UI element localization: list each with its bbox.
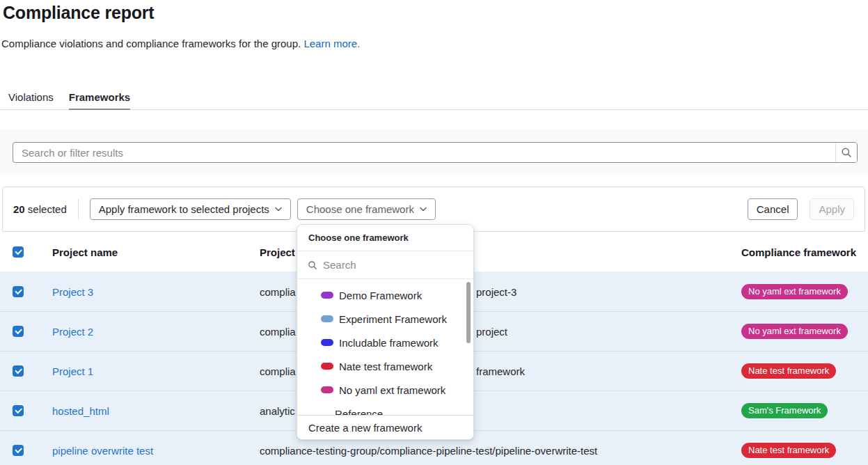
framework-color-pill <box>321 386 333 393</box>
framework-badge: No yaml ext framework <box>741 324 848 339</box>
project-link[interactable]: hosted_html <box>52 405 109 417</box>
project-link[interactable]: Project 3 <box>52 285 93 297</box>
cancel-button[interactable]: Cancel <box>748 198 798 220</box>
column-header-project-name: Project name <box>52 246 118 258</box>
search-icon <box>841 147 852 158</box>
framework-option[interactable]: Experiment Framework <box>297 307 473 331</box>
select-row-checkbox[interactable] <box>13 405 24 416</box>
framework-badge: Sam's Framework <box>741 403 828 418</box>
compliance-report-page: Compliance report Compliance violations … <box>0 0 868 465</box>
project-link[interactable]: Project 2 <box>52 326 93 338</box>
framework-color-pill <box>321 363 333 370</box>
project-link[interactable]: Project 1 <box>52 365 93 377</box>
chevron-down-icon <box>275 207 282 212</box>
framework-badge: Nate test framework <box>741 363 836 379</box>
project-path: compliance-testing-group/compliance-pipe… <box>260 445 597 457</box>
divider <box>78 199 79 219</box>
framework-badge: No yaml ext framework <box>741 284 848 299</box>
framework-badge: Nate test framework <box>741 443 836 458</box>
project-path-end: framework <box>476 365 525 377</box>
bulk-action-buttons: Cancel Apply <box>748 198 854 220</box>
framework-option-label: Experiment Framework <box>339 313 447 325</box>
select-all-checkbox[interactable] <box>13 246 24 258</box>
search-icon <box>308 260 317 270</box>
select-row-checkbox[interactable] <box>13 365 24 377</box>
project-link[interactable]: pipeline overwrite test <box>52 445 153 457</box>
chevron-down-icon <box>420 207 427 212</box>
filter-search-group <box>13 142 858 163</box>
page-subtitle: Compliance violations and compliance fra… <box>1 38 360 49</box>
apply-button[interactable]: Apply <box>810 198 854 220</box>
project-path: analytic <box>260 405 295 417</box>
framework-option-label: Demo Framework <box>339 290 422 301</box>
select-row-checkbox[interactable] <box>13 445 24 456</box>
subtitle-text: Compliance violations and compliance fra… <box>1 38 301 49</box>
column-header-compliance-framework: Compliance framework <box>741 246 856 258</box>
framework-list: Demo Framework Experiment Framework Incl… <box>297 279 473 415</box>
framework-color-pill <box>321 315 333 322</box>
choose-framework-dropdown-panel: Choose one framework Demo Framework Expe… <box>297 224 474 440</box>
framework-option[interactable]: No yaml ext framework <box>297 378 473 402</box>
tab-violations[interactable]: Violations <box>8 85 54 110</box>
select-row-checkbox[interactable] <box>13 286 24 297</box>
framework-option[interactable]: Includable framework <box>297 331 473 354</box>
project-path: complia <box>260 326 296 338</box>
framework-option-label: Reference <box>335 408 383 416</box>
search-submit-button[interactable] <box>835 143 857 162</box>
selected-count: 20 selected <box>13 203 67 215</box>
framework-option-label: No yaml ext framework <box>339 384 445 396</box>
filter-bar <box>0 129 868 175</box>
dropdown-search <box>297 251 473 279</box>
filter-search-input[interactable] <box>13 143 835 162</box>
framework-option[interactable]: Reference <box>297 402 473 415</box>
framework-search-input[interactable] <box>323 259 463 271</box>
framework-option-label: Includable framework <box>339 337 439 349</box>
framework-color-pill <box>321 292 333 299</box>
choose-framework-dropdown-toggle[interactable]: Choose one framework <box>297 198 436 220</box>
page-title: Compliance report <box>3 3 154 23</box>
learn-more-link[interactable]: Learn more. <box>303 38 360 49</box>
framework-option[interactable]: Nate test framework <box>297 354 473 378</box>
dropdown-scrollbar[interactable] <box>466 282 471 343</box>
tab-frameworks[interactable]: Frameworks <box>69 85 130 110</box>
framework-color-pill <box>321 339 333 346</box>
project-path: complia <box>260 365 296 377</box>
create-framework-button[interactable]: Create a new framework <box>297 415 473 439</box>
select-row-checkbox[interactable] <box>13 326 24 337</box>
project-path-end: project <box>476 326 507 338</box>
framework-option[interactable]: Demo Framework <box>297 283 473 307</box>
project-path-end: project-3 <box>476 285 516 297</box>
framework-option-label: Nate test framework <box>339 361 432 372</box>
project-path: complia <box>260 285 296 297</box>
dropdown-header: Choose one framework <box>297 225 473 251</box>
report-tabs: Violations Frameworks <box>0 85 868 110</box>
bulk-action-dropdown[interactable]: Apply framework to selected projects <box>90 198 291 220</box>
